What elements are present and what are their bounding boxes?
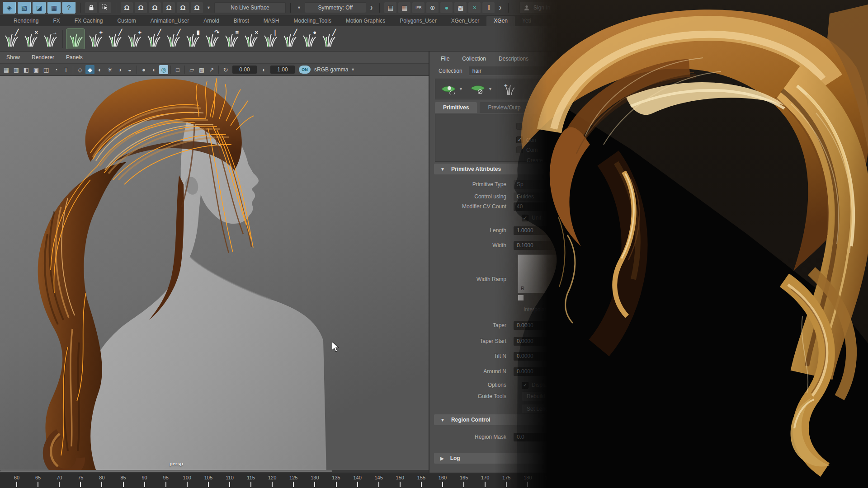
section-region-control[interactable]: ▼ Region Control [434,414,717,425]
help-icon[interactable]: ? [62,2,75,14]
vp-xray-icon[interactable]: ◖ [149,65,158,74]
xgen-export-icon[interactable]: → [41,29,59,49]
color-management-toggle[interactable]: ON [299,66,311,74]
ramp-marker-handle[interactable] [518,295,524,301]
guide-tool-button[interactable]: Set Leng [522,404,577,414]
vp-snapshot-icon[interactable]: ▩ [197,65,206,74]
section-collapse-icon[interactable]: ❯ [370,5,373,10]
select-character-icon[interactable]: ▦ [47,2,61,14]
snap-curve-icon[interactable]: Ω [135,2,147,13]
attr-dropdown[interactable]: Guides [514,192,564,201]
exposure-field[interactable]: 0.00 [232,66,257,74]
vp-shaded-icon[interactable]: ◆ [85,65,94,74]
panel-menu-show[interactable]: Show [6,54,20,61]
vp-lights-icon[interactable]: ☀ [105,65,114,74]
pick-cursor-icon[interactable] [99,2,111,13]
preview-eye-off-icon[interactable] [470,84,486,94]
xgen-menu-file[interactable]: File [441,56,449,62]
shelf-tab-arnold[interactable]: Arnold [196,16,226,26]
panel-menu-panels[interactable]: Panels [66,54,83,61]
display-settings-icon[interactable]: ▩ [454,2,467,13]
gamma-field[interactable]: 1.00 [270,66,295,74]
checkbox-icon[interactable]: ✓ [522,382,528,389]
xgen-delete-guide-icon[interactable]: × [21,29,39,49]
xgen-bend-icon[interactable]: ↷ [203,29,221,49]
attr-value-field[interactable]: 0.1000 [514,241,564,250]
add-description-grass-icon[interactable]: + [502,82,516,96]
shelf-tab-fx[interactable]: FX [46,16,67,26]
xgen-tab-preview-outp[interactable]: Preview/Outp [480,102,528,113]
xgen-create-description-icon[interactable] [66,29,85,49]
vp-field-chart-icon[interactable]: ◫ [42,65,51,74]
checkbox-icon[interactable] [516,146,523,153]
shelf-tab-animation-user[interactable]: Animation_User [143,16,196,26]
section-log[interactable]: ▶ Log [434,453,717,464]
chevron-down-icon[interactable]: ▼ [297,5,301,10]
chevron-down-icon[interactable]: ▼ [459,87,463,91]
primitives-list[interactable] [435,114,715,162]
render-settings-icon[interactable]: ⊕ [426,2,439,13]
render-view-icon[interactable]: ▤ [384,2,396,13]
xgen-add-cv-icon[interactable]: + [125,29,143,49]
list-option-checkbox[interactable]: Com [516,146,538,153]
shelf-tab-yeti[interactable]: Yeti [515,16,538,26]
attr-value-field[interactable]: 1.0000 [514,226,564,235]
vp-grid-icon[interactable]: ▦ [2,65,11,74]
snap-grid-icon[interactable]: Ω [121,2,133,13]
attr-value-field[interactable]: 0.0000 [514,352,564,361]
checkbox-icon[interactable] [516,123,523,130]
list-option-checkbox[interactable] [516,123,526,130]
shelf-tab-mash[interactable]: MASH [256,16,287,26]
vp-ao-icon[interactable]: ◒ [125,65,134,74]
xgen-freeze-icon[interactable]: ❘ [261,29,279,49]
vp-shadows-icon[interactable]: ◑ [115,65,124,74]
width-ramp-widget[interactable]: R [518,254,586,293]
vp-viewport2-icon[interactable]: ◎ [159,65,168,74]
list-option-checkbox[interactable]: ✓Con [516,136,536,143]
xgen-place-icon[interactable]: ● [300,29,318,49]
shelf-tab-modeling-tools[interactable]: Modeling_Tools [287,16,339,26]
select-hierarchy-icon[interactable]: ◈ [3,2,16,14]
vp-safe-title-icon[interactable]: T [61,65,71,74]
xgen-part-icon[interactable]: ╱ [280,29,298,49]
vp-gate-mask-icon[interactable]: ▣ [32,65,41,74]
xgen-sculpt-guide-icon[interactable]: ╱ [105,29,123,49]
xgen-tab-primitives[interactable]: Primitives [435,102,477,113]
xgen-length-icon[interactable]: ▮ [183,29,201,49]
vp-safe-action-icon[interactable]: ◔ [52,65,61,74]
ipr-render-icon[interactable]: IPR [412,2,425,13]
vp-exposure-icon[interactable]: ↻ [221,65,230,74]
vp-wireframe-icon[interactable]: ◇ [75,65,85,74]
attr-value-field[interactable]: 0.0000 [514,367,564,376]
vp-image-plane-icon[interactable]: ▱ [187,65,196,74]
xgen-rake-icon[interactable]: ≡ [222,29,240,49]
pause-icon[interactable]: ‖ [482,2,495,13]
shelf-tab-bifrost[interactable]: Bifrost [226,16,256,26]
select-component-icon[interactable]: ◪ [33,2,46,14]
attr-value-field[interactable]: 0.0000 [514,337,564,346]
shelf-tab-rendering[interactable]: Rendering [6,16,46,26]
snap-point-icon[interactable]: Ω [149,2,161,13]
checkbox-icon[interactable]: ✓ [516,136,523,143]
attr-value-field[interactable]: 40 [514,202,564,211]
visibility-eye-icon[interactable] [441,84,456,94]
sign-in-button[interactable]: Sign In ▼ [519,2,595,14]
panel-menu-renderer[interactable]: Renderer [32,54,54,61]
render-frame-icon[interactable]: ▦ [398,2,410,13]
make-live-icon[interactable]: Ω [191,2,203,13]
xgen-add-guide-icon[interactable]: + [86,29,104,49]
live-surface-field[interactable]: No Live Surface [214,2,286,13]
vp-film-gate-icon[interactable]: ▥ [12,65,21,74]
checkbox-icon[interactable]: ✓ [522,215,528,221]
xgen-comb-icon[interactable]: ╱ [144,29,162,49]
shelf-tab-polygons-user[interactable]: Polygons_User [392,16,443,26]
color-space-label[interactable]: sRGB gamma [314,66,348,73]
time-slider[interactable]: 6065707580859095100105110115120125130135… [0,473,868,488]
xgen-draw-guide-icon[interactable]: ╱ [2,29,20,49]
vp-default-material-icon[interactable]: ● [139,65,148,74]
shelf-tab-custom[interactable]: Custom [110,16,143,26]
chevron-down-icon[interactable]: ▼ [207,5,211,10]
attr-dropdown[interactable]: Sp [514,180,564,189]
xgen-menu-descriptions[interactable]: Descriptions [499,56,528,62]
viewport-3d[interactable]: persp [0,76,429,474]
